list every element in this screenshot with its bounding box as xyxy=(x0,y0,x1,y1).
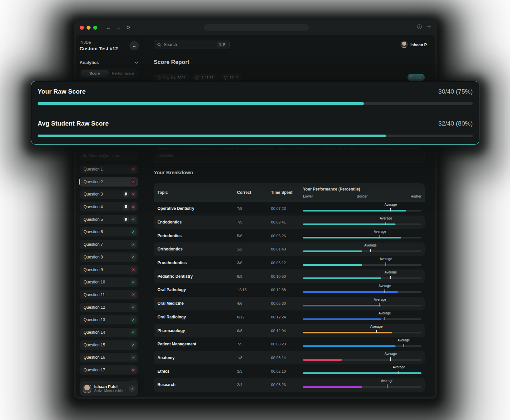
cell-correct: 3/3 xyxy=(237,369,242,373)
question-list-item[interactable]: Question 16✓ xyxy=(80,353,138,362)
question-label: Question 8 xyxy=(84,255,130,259)
bar-fill xyxy=(303,386,362,388)
performance-bar: Average xyxy=(303,229,421,242)
search-input[interactable]: Search ⌘ F xyxy=(154,40,230,49)
window-titlebar: ← → ⟳ xyxy=(74,20,437,35)
profile-chevron-button[interactable]: › xyxy=(129,385,135,392)
cell-time-spent: 00:01:43 xyxy=(271,247,286,251)
question-list-item[interactable]: Question 8✓ xyxy=(80,252,138,262)
cell-topic: Research xyxy=(157,382,175,387)
analytics-section-header[interactable]: Analytics xyxy=(80,60,138,65)
bar-fill xyxy=(303,237,401,238)
question-list-item[interactable]: Question 3✕ xyxy=(80,190,138,199)
question-badges: ✓ xyxy=(130,254,136,260)
average-label: Average xyxy=(380,257,392,261)
average-label: Average xyxy=(381,379,393,383)
breakdown-title: Your Breakdown xyxy=(154,170,193,175)
average-label: Average xyxy=(374,298,386,301)
question-label: Question 7 xyxy=(84,242,130,247)
question-badges: ✓ xyxy=(130,304,136,310)
cell-topic: Prosthodontics xyxy=(157,260,187,265)
forward-icon[interactable]: → xyxy=(116,25,121,31)
performance-bar: Average xyxy=(303,256,421,270)
question-search-input[interactable]: Search Question xyxy=(80,151,138,161)
reload-icon[interactable]: ⟳ xyxy=(127,25,131,31)
average-tick xyxy=(370,249,371,252)
table-row: Oral Radiology8/1200:12:24Average xyxy=(154,310,425,324)
question-list-item[interactable]: Question 15✓ xyxy=(80,340,138,350)
incorrect-x-icon: ✕ xyxy=(130,204,136,210)
tab-performance[interactable]: Performance xyxy=(109,70,137,77)
bar-fill xyxy=(303,359,342,361)
question-badges: ✓ xyxy=(130,229,136,235)
avatar xyxy=(83,384,92,393)
cell-correct: 6/8 xyxy=(237,329,242,333)
performance-bar: Average xyxy=(303,378,421,392)
cell-topic: Operative Dentistry xyxy=(157,206,194,211)
close-window-button[interactable] xyxy=(80,26,84,30)
cell-correct: 4/6 xyxy=(237,301,242,305)
performance-bar: Average xyxy=(303,242,421,256)
performance-bar: Average xyxy=(303,324,421,337)
info-icon xyxy=(223,76,228,80)
correct-check-icon: ✓ xyxy=(130,242,136,247)
online-status-dot xyxy=(89,384,92,387)
report-meta-badges: July 1st, 20241:41:5759:41 xyxy=(154,74,242,81)
sidebar-collapse-button[interactable]: ← xyxy=(129,41,139,50)
avg-raw-score-row: Avg Student Raw Score 32/40 (80%) xyxy=(38,120,473,127)
url-bar[interactable] xyxy=(204,24,309,31)
question-badges: ✕ xyxy=(130,292,136,297)
question-list-item[interactable]: Question 10✓ xyxy=(80,277,138,287)
correct-check-icon: ✓ xyxy=(130,355,136,360)
question-list-item[interactable]: Question 14✓ xyxy=(80,328,138,337)
question-list-item[interactable]: Question 12✓ xyxy=(80,303,138,312)
back-icon[interactable]: ← xyxy=(106,25,111,31)
average-label: Average xyxy=(374,230,386,233)
question-list-item[interactable]: Question 1✕ xyxy=(80,165,138,174)
average-tick xyxy=(384,289,385,293)
question-list-item[interactable]: Question 4✕ xyxy=(80,202,138,211)
table-row: Orthodontics1/200:01:43Average xyxy=(154,242,425,256)
bookmark-icon xyxy=(123,192,129,197)
question-label: Question 15 xyxy=(84,343,130,347)
cell-topic: Ethics xyxy=(157,369,169,374)
cell-time-spent: 00:08:23 xyxy=(271,342,286,346)
tab-score[interactable]: Score xyxy=(81,70,109,77)
bar-fill xyxy=(303,264,362,266)
new-tab-plus-icon[interactable] xyxy=(427,24,431,29)
minimize-window-button[interactable] xyxy=(87,26,91,30)
meta-badge: 59:41 xyxy=(221,74,242,81)
avg-raw-score-bar-fill xyxy=(38,135,386,137)
question-list-item[interactable]: Question 13✓ xyxy=(80,315,138,324)
question-list-item[interactable]: Question 2✕ xyxy=(80,177,138,187)
score-performance-tabs: Score Performance xyxy=(80,69,138,78)
cell-correct: 5/6 xyxy=(237,234,242,238)
maximize-window-button[interactable] xyxy=(93,26,97,30)
question-list-item[interactable]: Question 9✕ xyxy=(80,265,138,274)
cell-topic: Oral Pathology xyxy=(157,287,186,292)
chevron-right-icon: › xyxy=(131,386,133,391)
table-row: Endodontics7/900:09:41Average xyxy=(154,215,425,229)
profile-card[interactable]: Ishaan Patel Active Membership › xyxy=(80,381,138,396)
question-label: Question 10 xyxy=(84,280,130,284)
table-row: Prosthodontics3/600:08:12Average xyxy=(154,256,425,270)
download-icon[interactable] xyxy=(417,24,422,29)
table-row: Periodontics5/600:06:26Average xyxy=(154,229,425,242)
average-tick xyxy=(398,371,399,374)
average-label: Average xyxy=(364,243,377,247)
average-label: Average xyxy=(379,311,391,315)
avatar[interactable] xyxy=(400,41,408,48)
question-list-item[interactable]: Question 5✓ xyxy=(80,215,138,224)
performance-bar: Average xyxy=(303,283,421,297)
correct-check-icon: ✓ xyxy=(130,254,136,260)
your-raw-score-bar-fill xyxy=(38,102,364,105)
cell-topic: Endodontics xyxy=(157,220,182,224)
question-list-item[interactable]: Question 6✓ xyxy=(80,227,138,236)
table-row: Pediatric Dentistry6/900:10:50Average xyxy=(154,269,425,283)
cell-correct: 7/9 xyxy=(237,220,242,224)
question-list-item[interactable]: Question 7✓ xyxy=(80,240,138,249)
question-list-item[interactable]: Question 17✕ xyxy=(80,365,138,375)
average-label: Average xyxy=(380,216,392,220)
performance-bar: Average xyxy=(303,297,421,310)
question-list-item[interactable]: Question 11✕ xyxy=(80,290,138,299)
